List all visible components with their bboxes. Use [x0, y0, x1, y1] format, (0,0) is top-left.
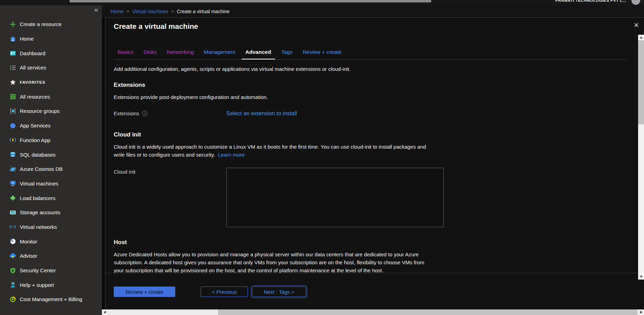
scroll-down-icon[interactable]	[638, 274, 644, 280]
sidebar-item-virtual-networks[interactable]: Virtual networks	[0, 220, 102, 234]
breadcrumb-link-virtual-machines[interactable]: Virtual machines	[132, 9, 168, 14]
vertical-scrollbar-thumb[interactable]	[638, 40, 644, 124]
lightning-icon	[9, 136, 16, 143]
select-extension-link[interactable]: Select an extension to install	[226, 110, 297, 117]
cloud-init-description-text: Cloud init is a widely used approach to …	[114, 144, 426, 158]
sidebar-item-label: Monitor	[20, 239, 37, 244]
sidebar-item-storage-accounts[interactable]: Storage accounts	[0, 205, 102, 220]
sidebar: « Create a resource Home Dashboard All s…	[0, 5, 102, 315]
grid-icon	[9, 93, 16, 100]
host-description: Azure Dedicated Hosts allow you to provi…	[114, 251, 434, 273]
sidebar-item-cost-management-billing[interactable]: $ Cost Management + Billing	[0, 292, 102, 307]
sidebar-item-label: Storage accounts	[20, 209, 61, 215]
vertical-scrollbar[interactable]	[638, 35, 644, 280]
horizontal-scrollbar[interactable]	[102, 309, 644, 315]
dashboard-icon	[9, 50, 16, 57]
plus-icon	[9, 21, 16, 28]
stacked-bars-icon	[9, 209, 16, 216]
sidebar-item-resource-groups[interactable]: Resource groups	[0, 104, 102, 118]
sql-cylinder-icon: SQL	[9, 151, 16, 158]
content-area: Home > Virtual machines > Create a virtu…	[102, 5, 644, 315]
breadcrumb-link-home[interactable]: Home	[111, 9, 123, 14]
sidebar-section-label: FAVORITES	[20, 80, 45, 84]
sidebar-item-label: Advisor	[20, 253, 37, 259]
scroll-left-icon[interactable]	[102, 309, 107, 315]
sidebar-item-label: Azure Cosmos DB	[20, 166, 63, 172]
sidebar-item-advisor[interactable]: Advisor	[0, 249, 102, 263]
close-icon[interactable]: ✕	[634, 21, 639, 29]
sidebar-item-label: Security Center	[20, 267, 56, 273]
monitor-cube-icon	[9, 180, 16, 187]
tab-review-create[interactable]: Review + create	[299, 49, 345, 59]
top-horizontal-scrollbar[interactable]	[70, 0, 431, 2]
diamond-icon	[9, 194, 16, 201]
sidebar-item-label: Cost Management + Billing	[20, 296, 82, 302]
sidebar-item-create-a-resource[interactable]: Create a resource	[0, 17, 102, 32]
sidebar-item-virtual-machines[interactable]: Virtual machines	[0, 176, 102, 191]
review-create-button[interactable]: Review + create	[114, 287, 175, 297]
extensions-field-row: Extensions i Select an extension to inst…	[114, 110, 637, 117]
chevron-right-icon: >	[127, 9, 129, 14]
sidebar-item-label: Resource groups	[20, 108, 59, 114]
tab-basics[interactable]: Basics	[114, 49, 137, 59]
sidebar-item-dashboard[interactable]: Dashboard	[0, 46, 102, 60]
sidebar-item-load-balancers[interactable]: Load balancers	[0, 191, 102, 205]
wizard-footer: Review + create < Previous Next : Tags >	[105, 273, 644, 309]
panel-main: Basics Disks Networking Management Advan…	[105, 35, 637, 273]
breadcrumb-current: Create a virtual machine	[177, 9, 230, 14]
cube-brackets-icon	[9, 108, 16, 115]
sidebar-item-azure-cosmos-db[interactable]: Azure Cosmos DB	[0, 162, 102, 176]
extensions-field-label-wrap: Extensions i	[114, 110, 226, 116]
learn-more-link[interactable]: Learn more	[218, 152, 245, 158]
avatar[interactable]	[631, 0, 640, 5]
scroll-right-icon[interactable]	[638, 309, 644, 315]
dollar-donut-icon: $	[9, 296, 16, 303]
host-heading: Host	[114, 239, 637, 246]
tab-networking[interactable]: Networking	[163, 49, 198, 59]
sidebar-item-monitor[interactable]: Monitor	[0, 234, 102, 249]
extensions-field-label: Extensions	[114, 110, 139, 116]
sidebar-item-help-support[interactable]: Help + support	[0, 277, 102, 292]
sidebar-item-security-center[interactable]: Security Center	[0, 263, 102, 278]
info-icon[interactable]: i	[142, 111, 147, 116]
sidebar-item-label: Function App	[20, 137, 50, 143]
sidebar-item-label: Home	[20, 36, 34, 42]
angle-dots-icon	[9, 223, 16, 230]
sidebar-item-label: App Services	[20, 123, 50, 129]
extensions-description: Extensions provide post-deployment confi…	[114, 93, 434, 101]
chevron-right-icon: >	[171, 9, 174, 14]
horizontal-scrollbar-thumb[interactable]	[218, 309, 637, 315]
list-icon	[9, 64, 16, 71]
planet-icon	[9, 166, 16, 173]
tab-strip: Basics Disks Networking Management Advan…	[114, 49, 637, 59]
gauge-icon	[9, 238, 16, 245]
tab-disks[interactable]: Disks	[140, 49, 161, 59]
cloud-init-field-label-wrap: Cloud init	[114, 168, 226, 175]
next-tags-button[interactable]: Next : Tags >	[252, 287, 306, 297]
previous-button[interactable]: < Previous	[201, 287, 248, 297]
cloud-init-heading: Cloud init	[114, 131, 637, 138]
page-title: Create a virtual machine	[114, 22, 198, 31]
sidebar-item-home[interactable]: Home	[0, 32, 102, 46]
sidebar-collapse-icon[interactable]: «	[94, 6, 98, 14]
sidebar-item-all-resources[interactable]: All resources	[0, 89, 102, 104]
cloud-init-field-label: Cloud init	[114, 169, 136, 175]
sidebar-item-label: Help + support	[20, 282, 54, 288]
sidebar-item-app-services[interactable]: App Services	[0, 118, 102, 133]
globe-icon	[9, 122, 16, 129]
sidebar-item-label: All services	[20, 65, 46, 71]
tab-tags[interactable]: Tags	[277, 49, 297, 59]
cloud-init-textarea[interactable]	[226, 168, 444, 227]
sidebar-item-function-app[interactable]: Function App	[0, 133, 102, 148]
svg-text:SQL: SQL	[11, 155, 15, 157]
tab-advanced[interactable]: Advanced	[242, 49, 275, 59]
sidebar-item-all-services[interactable]: All services	[0, 60, 102, 75]
scroll-up-icon[interactable]	[638, 35, 644, 40]
sidebar-item-label: Load balancers	[20, 195, 56, 201]
sidebar-nav: Create a resource Home Dashboard All ser…	[0, 17, 102, 307]
tab-separator	[114, 59, 627, 60]
tab-management[interactable]: Management	[200, 49, 239, 59]
sidebar-item-label: Virtual machines	[20, 181, 58, 186]
sidebar-item-sql-databases[interactable]: SQL SQL databases	[0, 147, 102, 162]
extensions-heading: Extensions	[114, 82, 637, 89]
